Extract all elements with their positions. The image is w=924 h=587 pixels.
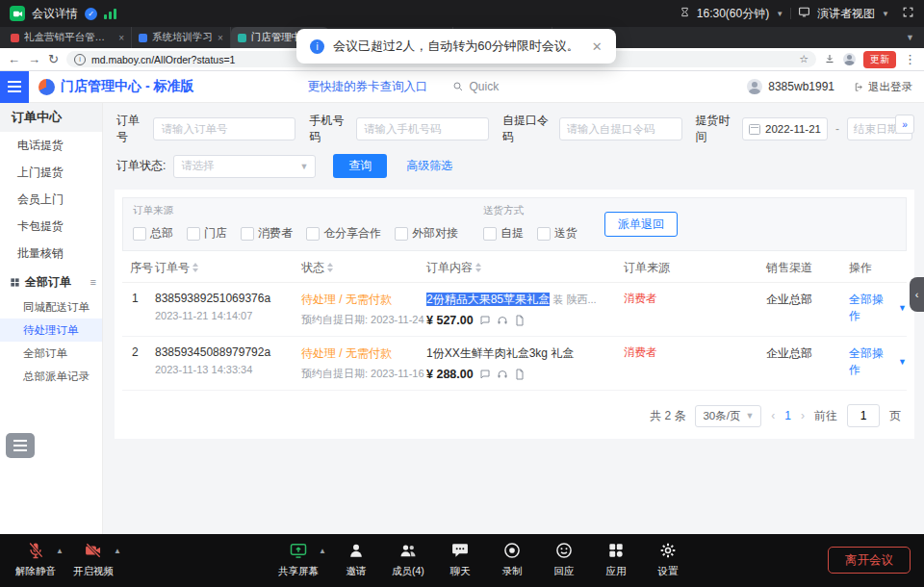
- invite-button[interactable]: 邀请: [330, 541, 382, 578]
- settings-button[interactable]: 设置: [642, 541, 694, 578]
- th-status: 状态: [301, 260, 324, 276]
- apps-button[interactable]: 应用: [590, 541, 642, 578]
- checkbox-box[interactable]: [483, 227, 497, 241]
- sidebar-item-hq-dispatch[interactable]: 总部派单记录: [0, 365, 102, 388]
- checkbox-box[interactable]: [133, 227, 146, 241]
- reaction-button[interactable]: 回应: [538, 541, 590, 578]
- browser-menu-icon[interactable]: ⋮: [904, 53, 916, 65]
- checkbox-store[interactable]: 门店: [187, 225, 227, 242]
- row-action-dropdown[interactable]: 全部操作 ▼: [849, 345, 907, 378]
- share-screen-button[interactable]: 共享屏幕: [272, 541, 324, 578]
- share-options-chevron[interactable]: ▲: [319, 547, 326, 578]
- row-action-dropdown[interactable]: 全部操作 ▼: [849, 292, 907, 324]
- phone-input[interactable]: [356, 117, 489, 140]
- sort-icon[interactable]: [192, 263, 198, 272]
- service-icon[interactable]: [497, 369, 508, 380]
- unmute-button[interactable]: 解除静音: [10, 541, 62, 578]
- coupon-query-link[interactable]: 更快捷的券卡查询入口: [307, 79, 427, 95]
- sidebar-toggle-button[interactable]: [0, 71, 29, 103]
- checkbox-self-pickup[interactable]: 自提: [483, 225, 524, 242]
- page-size-value: 30条/页: [703, 409, 740, 423]
- order-status-select[interactable]: 请选择 ▼: [173, 155, 316, 178]
- checkbox-hq[interactable]: 总部: [133, 225, 173, 242]
- filter-collapse-button[interactable]: »: [895, 115, 914, 134]
- meeting-details-link[interactable]: 会议详情: [32, 6, 78, 22]
- tab-close-icon[interactable]: ×: [218, 33, 223, 43]
- sidebar-item-phone-pickup[interactable]: 电话提货: [0, 132, 102, 159]
- next-page-button[interactable]: ›: [801, 409, 805, 422]
- record-button[interactable]: 录制: [486, 541, 538, 578]
- video-options-chevron[interactable]: ▲: [114, 547, 121, 555]
- checkbox-external[interactable]: 外部对接: [395, 225, 458, 242]
- note-icon[interactable]: [514, 315, 526, 326]
- advanced-filter-link[interactable]: 高级筛选: [406, 158, 452, 174]
- browser-update-button[interactable]: 更新: [863, 51, 896, 68]
- toast-close-icon[interactable]: ✕: [592, 39, 603, 54]
- reload-button[interactable]: ↻: [48, 53, 59, 65]
- pickup-code-input[interactable]: [559, 117, 682, 140]
- order-no-input[interactable]: [153, 117, 295, 140]
- site-info-icon[interactable]: i: [74, 54, 86, 65]
- sidebar-item-all-orders[interactable]: 全部订单: [0, 342, 102, 365]
- sort-icon[interactable]: [327, 263, 333, 272]
- user-avatar[interactable]: [747, 79, 762, 94]
- checkbox-box[interactable]: [395, 227, 408, 241]
- browser-tab-1[interactable]: 礼盒营销平台管理中心 ×: [4, 27, 132, 48]
- fullscreen-icon[interactable]: [902, 6, 914, 21]
- note-icon[interactable]: [514, 369, 526, 380]
- start-date-picker[interactable]: 2022-11-21: [742, 117, 828, 140]
- menu-pin-icon[interactable]: ≡: [90, 276, 96, 288]
- view-mode-dropdown-icon[interactable]: ▼: [882, 10, 889, 18]
- service-icon[interactable]: [497, 315, 508, 326]
- sort-icon[interactable]: [475, 263, 481, 272]
- checkbox-box[interactable]: [537, 227, 551, 241]
- goto-page-input[interactable]: [847, 404, 880, 427]
- members-button[interactable]: 成员(4): [382, 541, 434, 578]
- search-button[interactable]: 查询: [333, 154, 387, 178]
- sidebar-item-city-delivery[interactable]: 同城配送订单: [0, 295, 102, 319]
- forward-button[interactable]: →: [28, 53, 40, 65]
- sidebar-group-all-orders[interactable]: 全部订单 ≡: [0, 268, 102, 295]
- browser-tab-2[interactable]: 系统培训学习 ×: [132, 27, 231, 48]
- checkbox-box[interactable]: [241, 227, 254, 241]
- checkbox-delivery[interactable]: 送货: [537, 225, 578, 242]
- sidebar-item-batch-verify[interactable]: 批量核销: [0, 240, 102, 267]
- sidebar-item-door-pickup[interactable]: 上门提货: [0, 159, 102, 186]
- back-button[interactable]: ←: [8, 53, 20, 65]
- checkbox-warehouse-coop[interactable]: 仓分享合作: [306, 225, 381, 242]
- checkbox-box[interactable]: [187, 227, 200, 241]
- security-shield-icon[interactable]: ✓: [85, 8, 97, 20]
- message-icon[interactable]: [479, 315, 491, 326]
- sidebar-item-card-pickup[interactable]: 卡包提货: [0, 213, 102, 240]
- quick-search[interactable]: Quick: [452, 80, 499, 93]
- product-name-selected[interactable]: 2份精品大果85苹果礼盒: [426, 293, 550, 306]
- prev-page-button[interactable]: ‹: [771, 409, 775, 422]
- sidebar: 订单中心 电话提货 上门提货 会员上门 卡包提货 批量核销 全部订单 ≡ 同城配…: [0, 103, 103, 534]
- download-icon[interactable]: [824, 51, 835, 68]
- bookmark-star-icon[interactable]: ☆: [799, 53, 808, 65]
- dispatch-return-button[interactable]: 派单退回: [604, 212, 678, 237]
- tab-close-icon[interactable]: ×: [118, 33, 124, 43]
- page-size-select[interactable]: 30条/页 ▼: [695, 405, 761, 427]
- table-row: 2 83859345088979792a 2023-11-13 14:33:34…: [122, 337, 907, 391]
- start-video-button[interactable]: 开启视频: [67, 541, 119, 578]
- sidebar-item-member-visit[interactable]: 会员上门: [0, 186, 102, 213]
- select-placeholder: 请选择: [181, 159, 215, 173]
- sidebar-item-pending-orders[interactable]: 待处理订单: [0, 319, 102, 342]
- mic-options-chevron[interactable]: ▲: [56, 547, 64, 555]
- current-page[interactable]: 1: [784, 409, 791, 422]
- product-name[interactable]: 1份XX生鲜羊肉礼盒3kg 礼盒: [426, 346, 574, 360]
- message-icon[interactable]: [479, 369, 491, 380]
- view-mode-label[interactable]: 演讲者视图: [817, 6, 875, 22]
- sidebar-tool-button[interactable]: [6, 433, 35, 458]
- browser-profile-icon[interactable]: [843, 53, 856, 65]
- checkbox-consumer[interactable]: 消费者: [241, 225, 293, 242]
- logout-button[interactable]: 退出登录: [854, 80, 912, 94]
- timer-dropdown-icon[interactable]: ▼: [776, 10, 783, 18]
- checkbox-box[interactable]: [306, 227, 320, 241]
- side-panel-toggle[interactable]: ‹: [910, 277, 924, 312]
- chat-button[interactable]: 聊天: [434, 541, 486, 578]
- network-signal-icon[interactable]: [104, 8, 116, 19]
- tab-search-icon[interactable]: ▼: [896, 27, 924, 48]
- leave-meeting-button[interactable]: 离开会议: [828, 547, 911, 574]
